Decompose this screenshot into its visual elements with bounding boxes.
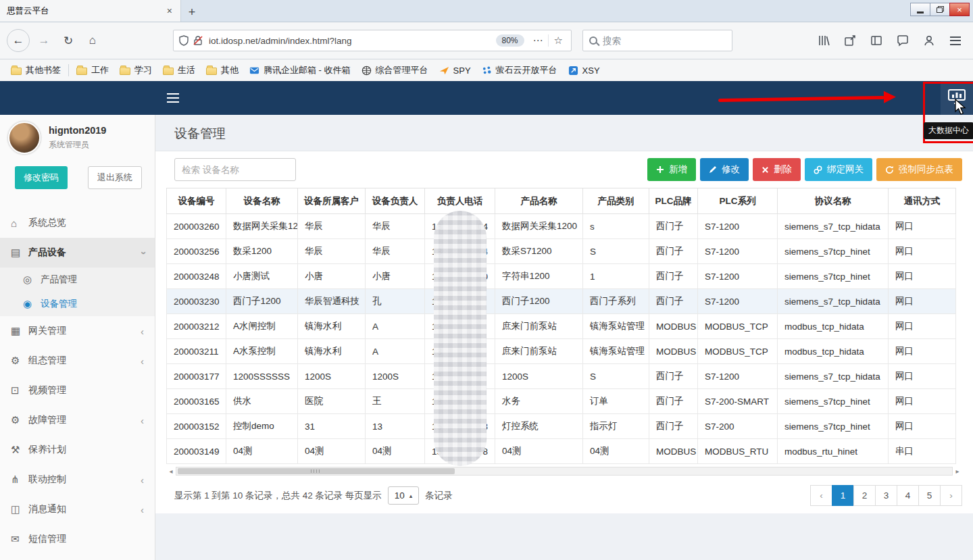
bookmark-item[interactable]: 综合管理平台 xyxy=(356,62,434,78)
bookmark-item[interactable]: 其他书签 xyxy=(5,62,66,78)
window-minimize-button[interactable] xyxy=(910,3,930,16)
bind-gateway-button[interactable]: 绑定网关 xyxy=(805,158,872,181)
tab-close-icon[interactable]: × xyxy=(166,5,174,16)
edit-button[interactable]: 修改 xyxy=(700,158,749,181)
delete-button[interactable]: 删除 xyxy=(753,158,801,181)
sidebar-item[interactable]: ⚙故障管理‹ xyxy=(0,405,155,435)
bookmark-item[interactable]: SPY xyxy=(434,63,476,78)
column-header[interactable]: 设备负责人 xyxy=(366,188,425,214)
account-icon[interactable] xyxy=(921,32,937,49)
forward-button[interactable]: → xyxy=(34,30,54,51)
column-header[interactable]: 负责人电话 xyxy=(425,188,495,214)
column-header[interactable]: 设备所属客户 xyxy=(298,188,366,214)
table-row[interactable]: 200003256数采1200华辰华辰184数采S71200S西门子S7-120… xyxy=(167,239,956,264)
bookmark-item[interactable]: 工作 xyxy=(71,62,114,78)
page-button[interactable]: 5 xyxy=(918,485,941,506)
table-cell: 西门子1200 xyxy=(226,289,298,314)
browser-search-bar[interactable] xyxy=(582,30,732,51)
screenshot-edit-icon[interactable] xyxy=(842,32,858,49)
column-header[interactable]: 协议名称 xyxy=(778,188,889,214)
sidebar-item[interactable]: ▦网关管理‹ xyxy=(0,316,155,346)
table-cell: 小唐 xyxy=(366,264,425,289)
page-button[interactable]: 3 xyxy=(875,485,897,506)
sidebar-item[interactable]: ⚒保养计划 xyxy=(0,435,155,465)
sidebar-collapse-icon[interactable] xyxy=(167,93,179,103)
chat-icon[interactable] xyxy=(895,32,911,49)
bookmark-item[interactable]: 萤石云开放平台 xyxy=(476,62,563,78)
page-actions-icon[interactable]: ⋯ xyxy=(528,34,548,47)
table-row[interactable]: 200003230西门子1200华辰智通科技孔15西门子1200西门子系列西门子… xyxy=(167,289,956,314)
window-controls: × xyxy=(910,3,970,16)
table-row[interactable]: 200003260数据网关采集1200华辰华辰1804数据网关采集1200s西门… xyxy=(167,214,956,239)
sidebar-toggle-icon[interactable] xyxy=(868,32,884,49)
library-icon[interactable] xyxy=(816,32,832,49)
browser-search-input[interactable] xyxy=(603,36,726,46)
window-close-button[interactable]: × xyxy=(949,3,970,16)
table-row[interactable]: 200003212A水闸控制镇海水利A13庶来门前泵站镇海泵站管理MODBUSM… xyxy=(167,314,956,339)
avatar[interactable] xyxy=(8,122,41,154)
column-header[interactable]: 设备编号 xyxy=(167,188,226,214)
bookmark-item[interactable]: XSY xyxy=(563,63,605,78)
scrollbar-thumb[interactable] xyxy=(178,468,455,474)
page-button[interactable]: 4 xyxy=(897,485,919,506)
home-button[interactable]: ⌂ xyxy=(82,30,103,51)
bookmark-star-icon[interactable]: ☆ xyxy=(548,34,566,47)
window-restore-button[interactable] xyxy=(930,3,950,16)
bookmark-item[interactable]: 腾讯企业邮箱 - 收件箱 xyxy=(244,62,356,78)
page-size-select[interactable]: 10 ▴ xyxy=(388,486,420,505)
scroll-left-icon[interactable]: ◂ xyxy=(166,467,176,475)
table-row[interactable]: 200003211A水泵控制镇海水利A13庶来门前泵站镇海泵站管理MODBUSM… xyxy=(167,339,956,364)
column-header[interactable]: 通讯方式 xyxy=(889,188,956,214)
scroll-right-icon[interactable]: ▸ xyxy=(953,467,962,475)
table-cell: 网口 xyxy=(889,414,956,439)
shield-icon[interactable] xyxy=(179,35,189,46)
reload-button[interactable]: ↻ xyxy=(58,30,78,51)
column-header[interactable]: PLC系列 xyxy=(698,188,778,214)
add-button[interactable]: 新增 xyxy=(647,158,696,181)
column-header[interactable]: PLC品牌 xyxy=(649,188,698,214)
table-row[interactable]: 20000314904测04测04测158804测04测MODBUSMODBUS… xyxy=(167,439,956,464)
sidebar-item[interactable]: ⋔联动控制‹ xyxy=(0,465,155,494)
table-row[interactable]: 200003248小唐测试小唐小唐130字符串12001西门子S7-1200si… xyxy=(167,264,956,289)
table-cell: 网口 xyxy=(889,214,956,239)
page-button[interactable]: 2 xyxy=(853,485,876,506)
menu-icon[interactable] xyxy=(947,32,964,49)
url-bar[interactable]: iot.idosp.net/admin/index.html?lang 80% … xyxy=(173,30,572,51)
table-row[interactable]: 200003152控制demo3113153灯控系统指示灯西门子S7-200si… xyxy=(167,414,956,439)
zoom-badge[interactable]: 80% xyxy=(496,34,524,47)
table-cell: 数据网关采集1200 xyxy=(495,214,583,239)
table-cell: 200003212 xyxy=(167,314,226,339)
insecure-lock-icon[interactable] xyxy=(193,35,203,46)
sidebar-item[interactable]: ⌂系统总览 xyxy=(0,208,155,238)
browser-tab[interactable]: 思普云平台 × xyxy=(0,0,181,22)
table-row[interactable]: 2000031771200SSSSSS1200S1200S151200SS西门子… xyxy=(167,364,956,389)
bookmark-item[interactable]: 其他 xyxy=(201,62,244,78)
change-password-button[interactable]: 修改密码 xyxy=(15,166,68,189)
table-row[interactable]: 200003165供水医院王18水务订单西门子S7-200-SMARTsieme… xyxy=(167,389,956,414)
new-tab-button[interactable]: + xyxy=(181,3,203,22)
bookmark-item[interactable]: 生活 xyxy=(157,62,201,78)
globe-icon xyxy=(361,66,372,76)
sidebar-subitem[interactable]: ◎产品管理 xyxy=(0,268,155,292)
scrollbar-track[interactable] xyxy=(176,467,953,476)
table-cell: 镇海水利 xyxy=(298,339,366,364)
logout-button[interactable]: 退出系统 xyxy=(88,166,142,189)
next-page-button[interactable]: › xyxy=(940,485,962,506)
prev-page-button[interactable]: ‹ xyxy=(810,485,832,506)
sidebar-item[interactable]: ▤产品设备‹ xyxy=(0,238,155,268)
back-button[interactable]: ← xyxy=(7,29,30,52)
folder-icon xyxy=(120,66,130,75)
column-header[interactable]: 产品名称 xyxy=(495,188,583,214)
force-sync-button[interactable]: 强制同步点表 xyxy=(876,158,962,181)
sidebar-item[interactable]: ⚙组态管理‹ xyxy=(0,346,155,376)
sidebar-item[interactable]: ◫消息通知‹ xyxy=(0,494,155,524)
page-button[interactable]: 1 xyxy=(832,485,854,506)
sidebar-item[interactable]: ✉短信管理 xyxy=(0,524,155,554)
sidebar-subitem[interactable]: ◉设备管理 xyxy=(0,292,155,316)
column-header[interactable]: 设备名称 xyxy=(226,188,298,214)
sidebar-item[interactable]: ⊡视频管理 xyxy=(0,376,155,405)
sidebar-item[interactable]: ▤ xyxy=(0,554,155,560)
device-search-input[interactable] xyxy=(174,158,296,181)
column-header[interactable]: 产品类别 xyxy=(583,188,649,214)
bookmark-item[interactable]: 学习 xyxy=(114,62,157,78)
